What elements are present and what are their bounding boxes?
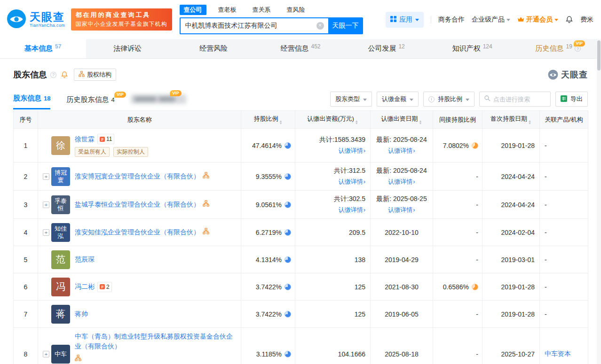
shareholder-name-link[interactable]: 淮安知佳泓企业管理合伙企业（有限合伙） <box>75 227 200 237</box>
shareholder-name-link[interactable]: 中车（青岛）制造业转型升级私募股权投资基金合伙企业（有限合伙） <box>75 332 237 351</box>
scrollbar-thumb[interactable] <box>597 40 601 70</box>
ratio-value: 47.4614% <box>252 142 282 149</box>
indirect-pie-icon[interactable] <box>472 142 478 149</box>
ratio-pie-icon[interactable] <box>285 351 291 357</box>
shareholder-table: 序号 股东名称 持股比例▲▼ 认缴出资额(万元)▲▼ 认缴出资日期▲▼ 间接持股… <box>13 110 588 364</box>
shareholder-name-link[interactable]: 盐城孚泰恒企业管理合伙企业（有限合伙） <box>75 200 200 209</box>
table-row: 6 冯 冯二彬 2 <box>14 273 588 301</box>
date-detail-link[interactable]: 认缴详情› <box>388 178 415 186</box>
col-subscribed-amount[interactable]: 认缴出资额(万元)▲▼ <box>295 111 371 129</box>
nav-open-vip[interactable]: 开通会员 <box>517 15 558 24</box>
chevron-down-icon <box>466 99 469 103</box>
avatar: 博冠寰 <box>51 167 70 186</box>
shareholder-name-link[interactable]: 冯二彬 <box>75 282 95 292</box>
subscribe-bell-icon[interactable] <box>61 71 68 78</box>
expand-icon[interactable]: + <box>43 173 49 180</box>
scrollbar[interactable] <box>597 39 601 364</box>
amount-detail-link[interactable]: 认缴详情› <box>299 206 365 214</box>
tab-history-info[interactable]: VIP 历史信息19 ? <box>515 39 601 58</box>
chevron-right-icon: › <box>364 206 365 213</box>
tab-company-development[interactable]: 公司发展12 <box>343 39 429 58</box>
tianyancha-logo[interactable]: 天眼查 TianYanCha.com <box>7 9 65 31</box>
first-date-value: 2024-02-04 <box>482 219 540 246</box>
chevron-right-icon: › <box>413 178 415 185</box>
vip-badge: VIP <box>574 40 585 46</box>
col-subscribed-date[interactable]: 认缴出资日期▲▼ <box>371 111 433 129</box>
user-name[interactable]: 费米 <box>580 15 593 24</box>
search-tab-relation[interactable]: 查关系 <box>248 5 275 15</box>
search-tab-company[interactable]: 查公司 <box>180 5 206 15</box>
clear-icon[interactable]: × <box>316 22 324 30</box>
ratio-value: 3.7422% <box>256 310 282 318</box>
tab-intellectual-property[interactable]: 知识产权124 <box>429 39 515 58</box>
col-shareholder-name: 股东名称 <box>38 111 241 129</box>
shareholder-name-link[interactable]: 徐世霖 <box>75 134 95 144</box>
equity-structure-icon[interactable] <box>203 171 209 181</box>
col-seq: 序号 <box>14 111 38 129</box>
excel-export-icon <box>561 95 567 103</box>
filter-shareholder-type[interactable]: 股东类型 <box>330 92 372 107</box>
bell-icon[interactable] <box>565 15 573 23</box>
amount-detail-link[interactable]: 认缴详情› <box>299 147 365 155</box>
col-first-holding-date[interactable]: 首次持股日期▲▼ <box>482 111 540 129</box>
search-tab-risk[interactable]: 查风险 <box>283 5 309 15</box>
ratio-pie-icon[interactable] <box>285 229 291 236</box>
amount-detail-link[interactable]: 认缴详情› <box>299 178 365 186</box>
tab-operating-info[interactable]: 经营信息452 <box>258 39 344 58</box>
equity-structure-button[interactable]: 股权结构 <box>74 69 116 81</box>
tab-legal-proceedings[interactable]: 法律诉讼 <box>86 39 172 58</box>
expand-icon[interactable]: + <box>43 229 49 236</box>
chevron-down-icon <box>363 99 367 103</box>
chevron-right-icon: › <box>413 206 415 213</box>
table-row: 4 + 知佳泓 淮安知佳泓企业管理合伙企业（有限合伙） <box>14 219 588 246</box>
sort-icon: ▲▼ <box>355 120 358 124</box>
chevron-right-icon: › <box>364 178 365 185</box>
avatar: 范 <box>51 250 70 269</box>
shareholder-name-link[interactable]: 淮安博冠寰企业管理合伙企业（有限合伙） <box>75 171 200 181</box>
holding-count-badge[interactable]: 11 <box>97 134 114 144</box>
equity-structure-icon[interactable] <box>203 227 209 237</box>
export-button[interactable]: 导出 <box>555 92 588 107</box>
subtab-shareholders[interactable]: 股东信息18 <box>13 94 50 109</box>
ratio-pie-icon[interactable] <box>285 311 291 318</box>
search-button[interactable]: 天眼一下 <box>328 17 363 34</box>
ratio-pie-icon[interactable] <box>285 201 291 208</box>
help-icon[interactable]: ? <box>50 72 56 78</box>
ratio-pie-icon[interactable] <box>285 142 291 149</box>
ratio-pie-icon[interactable] <box>285 284 291 290</box>
expand-icon[interactable]: + <box>43 351 49 357</box>
expand-icon[interactable]: + <box>43 201 49 208</box>
ratio-value: 4.1314% <box>256 256 282 263</box>
subtab-history-shareholders[interactable]: 历史股东信息4 VIP <box>66 95 114 109</box>
ratio-pie-icon[interactable] <box>285 256 291 263</box>
holding-count-badge[interactable]: 2 <box>97 282 112 292</box>
amount-value: 共计:312.5 <box>299 167 365 175</box>
filter-holding-ratio[interactable]: i 持股比例 <box>423 92 474 107</box>
related-value: - <box>540 301 588 328</box>
search-input[interactable] <box>181 22 316 30</box>
col-holding-ratio[interactable]: 持股比例▲▼ <box>241 111 295 129</box>
company-tabs: 基本信息57 法律诉讼 经营风险 经营信息452 公司发展12 知识产权124 … <box>0 39 601 59</box>
org-chart-icon <box>79 71 85 78</box>
date-detail-link[interactable]: 认缴详情› <box>388 147 415 155</box>
row-seq: 7 <box>14 301 38 328</box>
apps-button[interactable]: 应用 <box>386 12 424 28</box>
nav-enterprise-products[interactable]: 企业级产品 <box>472 15 510 24</box>
related-product-link[interactable]: 中车资本 <box>545 350 571 357</box>
table-search-input[interactable] <box>493 96 546 103</box>
ratio-pie-icon[interactable] <box>285 173 291 180</box>
tab-basic-info[interactable]: 基本信息57 <box>0 39 86 58</box>
search-tab-boss[interactable]: 查老板 <box>214 5 241 15</box>
tianyancha-logo-icon <box>7 9 26 31</box>
tab-operating-risk[interactable]: 经营风险 <box>172 39 258 58</box>
ratio-value: 3.7422% <box>256 283 282 291</box>
vip-badge: VIP <box>170 90 182 96</box>
indirect-pie-icon[interactable] <box>472 284 478 290</box>
shareholder-name-link[interactable]: 范辰琛 <box>75 255 95 264</box>
equity-structure-icon[interactable] <box>203 200 209 209</box>
filter-subscribed-amount[interactable]: 认缴金额 <box>377 92 419 107</box>
nav-business-cooperation[interactable]: 商务合作 <box>438 15 465 24</box>
shareholder-name-link[interactable]: 蒋帅 <box>75 309 88 319</box>
date-detail-link[interactable]: 认缴详情› <box>388 206 415 214</box>
equity-structure-icon[interactable] <box>75 354 81 364</box>
